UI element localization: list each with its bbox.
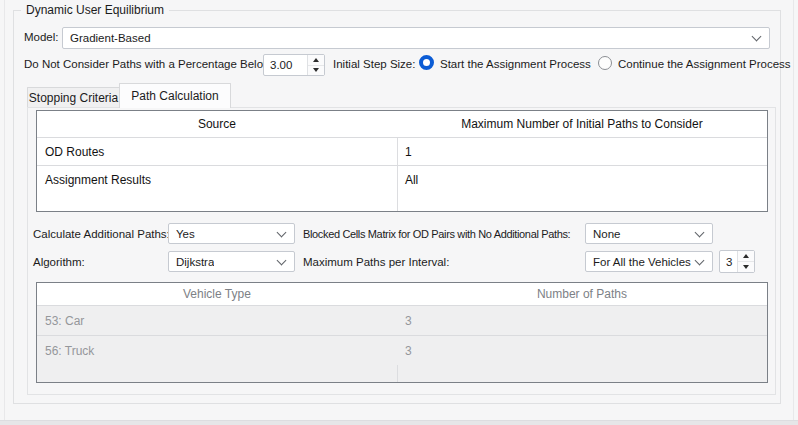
model-label: Model: [24,31,59,43]
dialog-left-edge [4,0,5,425]
radio-continue-assignment-label[interactable]: Continue the Assignment Process [618,58,791,70]
cell-vehicle-type[interactable]: 53: Car [37,306,397,335]
radio-start-assignment[interactable] [419,55,434,70]
spin-up-icon[interactable] [308,55,324,66]
table-row[interactable]: 53: Car 3 [37,305,767,335]
cell-source[interactable]: Assignment Results [37,166,397,193]
tab-path-calculation[interactable]: Path Calculation [119,83,231,108]
cell-source[interactable]: OD Routes [37,138,397,165]
groupbox-title: Dynamic User Equilibrium [21,3,169,17]
model-combobox[interactable]: Gradient-Based [62,27,770,49]
model-combobox-value: Gradient-Based [70,32,151,44]
cell-max-paths[interactable]: All [397,166,767,193]
cell-max-paths[interactable]: 1 [397,138,767,165]
vehicle-paths-table: Vehicle Type Number of Paths 53: Car 3 5… [36,282,768,383]
header-max-initial-paths: Maximum Number of Initial Paths to Consi… [397,111,767,137]
spin-down-icon[interactable] [308,66,324,76]
header-source: Source [37,111,397,137]
tab-stopping-criteria[interactable]: Stopping Criteria [27,87,120,108]
radio-continue-assignment[interactable] [598,56,612,70]
dialog-right-edge [793,0,794,425]
percentage-spin-buttons [307,55,324,75]
percentage-spinbox-value: 3.00 [264,55,307,75]
cell-number-of-paths[interactable]: 3 [397,306,767,335]
dialog-bottom-edge [0,420,798,425]
percentage-spinbox[interactable]: 3.00 [263,54,325,76]
table-header-row: Source Maximum Number of Initial Paths t… [37,111,767,137]
table-row[interactable]: 56: Truck 3 [37,335,767,365]
percentage-label: Do Not Consider Paths with a Percentage … [24,58,275,70]
table-row[interactable]: Assignment Results All [37,165,767,193]
header-vehicle-type: Vehicle Type [37,283,397,305]
cell-number-of-paths[interactable]: 3 [397,336,767,365]
chevron-down-icon [752,32,762,42]
table-row[interactable]: OD Routes 1 [37,137,767,165]
initial-paths-source-table: Source Maximum Number of Initial Paths t… [36,110,768,212]
cell-vehicle-type[interactable]: 56: Truck [37,336,397,365]
initial-step-size-label: Initial Step Size: [333,58,415,70]
radio-start-assignment-label[interactable]: Start the Assignment Process [440,58,591,70]
header-number-of-paths: Number of Paths [397,283,767,305]
table-header-row: Vehicle Type Number of Paths [37,283,767,305]
